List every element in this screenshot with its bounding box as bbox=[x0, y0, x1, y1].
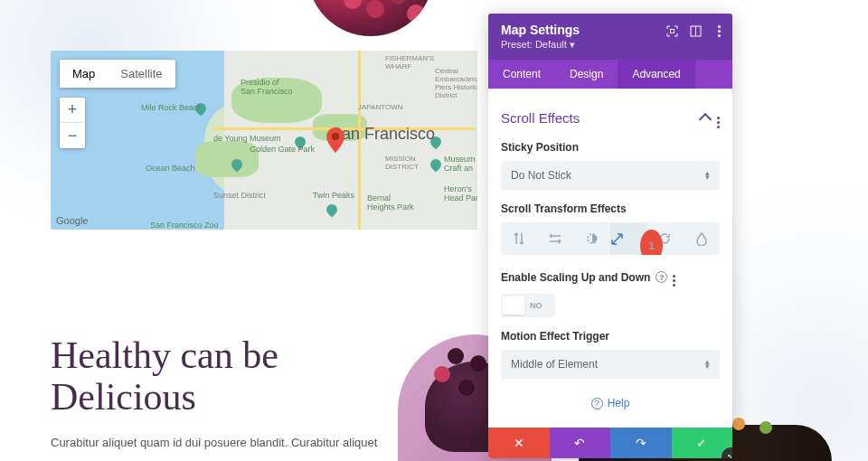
zoom-out-button[interactable]: − bbox=[60, 123, 85, 148]
more-icon[interactable] bbox=[712, 24, 725, 37]
map-label-twinpeaks: Twin Peaks bbox=[313, 191, 354, 200]
trigger-select[interactable]: Middle of Element ▴▾ bbox=[501, 350, 720, 379]
page-body-text: Curabitur aliquet quam id dui posuere bl… bbox=[51, 434, 412, 453]
map-type-map[interactable]: Map bbox=[60, 60, 108, 88]
map-label-ocean: Ocean Beach bbox=[146, 164, 195, 173]
svg-rect-1 bbox=[670, 29, 674, 33]
blur-icon[interactable] bbox=[684, 222, 720, 255]
sticky-position-select[interactable]: Do Not Stick ▴▾ bbox=[501, 161, 720, 190]
panel-footer: ✕ ↶ ↷ ✓ bbox=[488, 428, 732, 458]
map-city-label: San Francisco bbox=[331, 125, 435, 144]
help-link[interactable]: ? Help bbox=[501, 397, 720, 409]
google-logo: Google bbox=[56, 215, 88, 226]
help-icon: ? bbox=[591, 398, 603, 409]
map-label-deyoung: de Young Museum bbox=[213, 134, 281, 143]
map[interactable]: Presidio of San Francisco Mile Rock Beac… bbox=[51, 51, 477, 230]
page-headline: Healthy can be Delicious bbox=[51, 334, 278, 418]
section-scroll-effects[interactable]: Scroll Effects bbox=[501, 107, 720, 128]
map-label-sfzoo: San Francisco Zoo bbox=[150, 221, 219, 230]
tab-design[interactable]: Design bbox=[555, 60, 618, 89]
snap-icon[interactable] bbox=[689, 24, 702, 37]
redo-button[interactable]: ↷ bbox=[610, 428, 672, 458]
sticky-position-label: Sticky Position bbox=[501, 141, 720, 154]
panel-tabs: Content Design Advanced bbox=[488, 60, 732, 89]
map-label-headpar: Heron's Head Par bbox=[444, 184, 477, 202]
map-label-presidio: Presidio of San Francisco bbox=[241, 78, 293, 96]
map-label-craft: Museum Craft an bbox=[444, 155, 476, 173]
tab-advanced[interactable]: Advanced bbox=[618, 60, 694, 89]
select-arrow-icon: ▴▾ bbox=[705, 360, 710, 370]
undo-button[interactable]: ↶ bbox=[550, 428, 611, 458]
map-label-embarc: Central Embarcadero Piers Historic Distr… bbox=[435, 67, 477, 99]
map-type-satellite[interactable]: Satellite bbox=[108, 60, 175, 88]
zoom-control: + − bbox=[60, 98, 85, 148]
fade-icon[interactable] bbox=[574, 222, 610, 255]
map-label-bernal: Bernal Heights Park bbox=[367, 193, 414, 212]
field-more-icon[interactable] bbox=[673, 268, 675, 287]
map-label-fishwharf: FISHERMAN'S WHARF bbox=[385, 54, 434, 71]
section-more-icon[interactable] bbox=[717, 107, 720, 128]
map-label-sunset: Sunset District bbox=[213, 191, 266, 200]
help-icon[interactable]: ? bbox=[656, 271, 667, 283]
select-arrow-icon: ▴▾ bbox=[705, 171, 710, 181]
close-button[interactable]: ✕ bbox=[488, 428, 550, 458]
scaling-toggle[interactable]: NO bbox=[501, 294, 555, 317]
map-label-ggpark: Golden Gate Park bbox=[250, 145, 315, 154]
chevron-up-icon[interactable] bbox=[699, 113, 712, 126]
panel-preset[interactable]: Preset: Default ▾ bbox=[501, 39, 720, 51]
panel-header[interactable]: Map Settings Preset: Default ▾ bbox=[488, 14, 732, 60]
transform-effects-group: 1 bbox=[501, 222, 720, 255]
vertical-motion-icon[interactable] bbox=[501, 222, 537, 255]
trigger-label: Motion Effect Trigger bbox=[501, 330, 720, 343]
horizontal-motion-icon[interactable] bbox=[537, 222, 573, 255]
scaling-icon[interactable]: 1 bbox=[610, 222, 646, 255]
settings-panel: Map Settings Preset: Default ▾ Content D… bbox=[488, 14, 732, 458]
expand-icon[interactable] bbox=[665, 24, 678, 37]
map-label-japantown: JAPANTOWN bbox=[358, 103, 402, 111]
svg-point-0 bbox=[332, 133, 339, 140]
hero-berry-image bbox=[307, 0, 434, 36]
scaling-toggle-label: Enable Scaling Up and Down ? bbox=[501, 268, 720, 287]
zoom-in-button[interactable]: + bbox=[60, 98, 85, 123]
transform-effects-label: Scroll Transform Effects bbox=[501, 202, 720, 215]
map-label-mission: MISSION DISTRICT bbox=[385, 155, 419, 171]
map-type-control: Map Satellite bbox=[60, 60, 175, 88]
map-label-milerock: Mile Rock Beach bbox=[141, 103, 203, 112]
map-marker-icon bbox=[326, 127, 344, 153]
tab-content[interactable]: Content bbox=[488, 60, 555, 89]
